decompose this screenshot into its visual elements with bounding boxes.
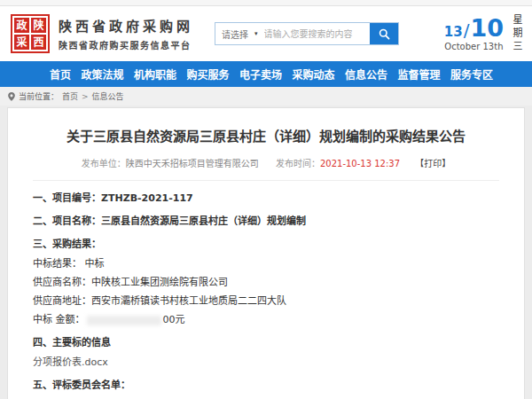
- bid-result-line: 中标结果： 中标: [33, 258, 499, 270]
- supplier-address-line: 供应商地址：西安市灞桥镇读书村核工业地质局二二四大队: [33, 295, 499, 307]
- site-subtitle: 陕西省政府购买服务信息平台: [59, 38, 193, 51]
- bid-amount-line: 中标 金额：00元: [33, 314, 499, 325]
- publisher-value: 陕西中天禾招标项目管理有限公司: [126, 159, 259, 168]
- nav-item-functions[interactable]: 机构职能: [134, 66, 176, 82]
- publisher-label: 发布单位：: [82, 159, 126, 168]
- breadcrumb-home-link[interactable]: 首页: [62, 90, 78, 102]
- nav-item-home[interactable]: 首页: [50, 66, 71, 82]
- nav-item-e-marketplace[interactable]: 电子卖场: [239, 66, 282, 82]
- bid-amount-suffix: 00元: [163, 314, 185, 325]
- logo-char: 西: [31, 35, 46, 50]
- project-name-line: 二、项目名称：三原县自然资源局三原县村庄（详细）规划编制: [33, 215, 499, 227]
- nav-item-service-zone[interactable]: 服务专区: [450, 66, 493, 82]
- supplier-name-line: 供应商名称：中陕核工业集团测绘院有限公司: [33, 277, 499, 288]
- bid-amount-label: 中标 金额：: [33, 314, 85, 325]
- content-area: 关于三原县自然资源局三原县村庄（详细）规划编制的采购结果公告 发布单位：陕西中天…: [0, 106, 532, 399]
- page-title: 关于三原县自然资源局三原县村庄（详细）规划编制的采购结果公告: [33, 126, 499, 145]
- committee-section-header: 五、评标委员会名单：: [33, 379, 499, 391]
- search-input[interactable]: [264, 23, 370, 44]
- date-day: 13: [444, 24, 463, 40]
- logo-char: 陕: [31, 18, 46, 33]
- nav-item-supervision[interactable]: 监督管理: [397, 66, 440, 82]
- search-bar: 请选择 ▾: [215, 22, 399, 45]
- logo-char: 政: [14, 18, 29, 33]
- date-slash: /: [464, 20, 470, 41]
- date-block: 13 / 10 October 13th 星期三: [444, 14, 523, 54]
- redacted-amount: [87, 316, 161, 325]
- breadcrumb: 当前位置： 首页 > 信息公告: [0, 87, 532, 106]
- subject-section-header: 四、主要标的信息: [33, 337, 499, 348]
- search-button[interactable]: [370, 23, 398, 44]
- date-month: 10: [470, 16, 504, 40]
- site-title: 陕西省政府采购网: [59, 16, 193, 35]
- publish-time-label: 发布时间：: [276, 159, 320, 168]
- site-logo-seal: 政 陕 采 西: [11, 14, 50, 53]
- article-meta: 发布单位：陕西中天禾招标项目管理有限公司 发布时间：2021-10-13 12:…: [33, 156, 499, 181]
- search-icon: [379, 28, 390, 40]
- nav-item-purchase-services[interactable]: 购买服务: [186, 66, 229, 82]
- search-category-select[interactable]: 请选择 ▾: [215, 23, 264, 44]
- site-titles: 陕西省政府采购网 陕西省政府购买服务信息平台: [59, 16, 193, 51]
- print-button[interactable]: 【打印】: [415, 159, 450, 168]
- breadcrumb-current-link[interactable]: 信息公告: [92, 90, 124, 102]
- main-nav: 首页 政策法规 机构职能 购买服务 电子卖场 采购动态 信息公告 监督管理 服务…: [0, 61, 532, 87]
- nav-item-policies[interactable]: 政策法规: [81, 66, 123, 82]
- top-strip: [0, 0, 532, 6]
- nav-item-procurement-news[interactable]: 采购动态: [292, 66, 334, 82]
- nav-item-announcements[interactable]: 信息公告: [345, 66, 387, 82]
- project-number-line: 一、项目编号：ZTHZB-2021-117: [33, 192, 499, 204]
- date-english: October 13th: [444, 42, 504, 51]
- publish-time-value: 2021-10-13 12:37: [320, 159, 400, 168]
- logo-char: 采: [14, 35, 29, 50]
- breadcrumb-label: 当前位置：: [19, 90, 59, 102]
- location-pin-icon: [8, 92, 15, 101]
- breadcrumb-separator: >: [82, 92, 89, 101]
- announcement-article: 关于三原县自然资源局三原县村庄（详细）规划编制的采购结果公告 发布单位：陕西中天…: [7, 107, 525, 399]
- weekday-label: 星期三: [512, 14, 521, 54]
- attachment-link[interactable]: 分项报价表.docx: [33, 356, 499, 368]
- search-select-label: 请选择: [222, 27, 248, 41]
- chevron-down-icon: ▾: [254, 30, 258, 37]
- date-numeric: 13 / 10 October 13th: [444, 16, 504, 51]
- site-header: 政 陕 采 西 陕西省政府采购网 陕西省政府购买服务信息平台 请选择 ▾ 13 …: [0, 6, 532, 61]
- result-section-header: 三、采购结果：: [33, 239, 499, 250]
